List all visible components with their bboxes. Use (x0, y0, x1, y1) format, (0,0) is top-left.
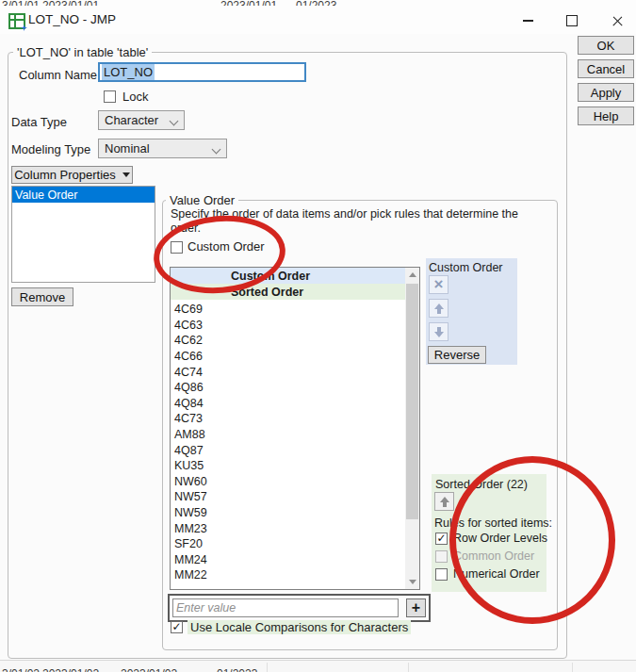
modeling-type-dropdown[interactable]: Nominal (98, 139, 227, 158)
list-item[interactable]: AM88 (171, 427, 405, 443)
bg-date: 3/01/02 (2, 667, 40, 672)
column-group-title: 'LOT_NO' in table 'table' (13, 45, 152, 59)
rule-row-order-levels: ✓ Row Order Levels (435, 532, 547, 545)
dropdown-triangle-icon (122, 172, 130, 177)
list-item[interactable]: NW59 (171, 505, 405, 521)
list-item[interactable]: 4C73 (171, 411, 405, 427)
list-scrollbar[interactable] (405, 268, 419, 589)
close-button[interactable] (602, 10, 632, 31)
property-item-value-order[interactable]: Value Order (12, 187, 155, 203)
list-item[interactable]: 4Q84 (171, 396, 405, 412)
delete-x-icon: × (434, 277, 444, 292)
title-bar: LOT_NO - JMP (0, 6, 636, 34)
bg-date: 2023/01/02 (42, 667, 99, 672)
common-order-label: Common Order (453, 549, 534, 563)
list-item[interactable]: 4C66 (171, 349, 405, 365)
minimize-button[interactable] (513, 10, 543, 31)
list-item[interactable]: 4C63 (171, 318, 405, 334)
properties-list[interactable]: Value Order (11, 186, 155, 283)
list-item[interactable]: 4C74 (171, 364, 405, 380)
jmp-app-icon (8, 13, 25, 29)
help-button[interactable]: Help (578, 107, 634, 125)
list-header-custom-order: Custom Order (171, 268, 405, 284)
locale-checkbox[interactable]: ✓ (171, 621, 183, 633)
list-item[interactable]: MM22 (171, 567, 405, 583)
list-item[interactable]: KU35 (171, 458, 405, 474)
custom-order-checkbox[interactable] (171, 241, 183, 254)
value-order-description: Specify the order of data items and/or p… (171, 207, 551, 236)
list-item[interactable]: MM24 (171, 552, 405, 568)
common-order-checkbox[interactable] (435, 550, 448, 563)
scroll-down-icon[interactable] (405, 575, 419, 589)
modeling-type-value: Nominal (105, 141, 150, 156)
move-down-button[interactable] (429, 322, 448, 341)
arrow-up-icon (434, 303, 444, 314)
chevron-down-icon (212, 145, 221, 155)
column-properties-button[interactable]: Column Properties (11, 166, 133, 184)
value-order-group-title: Value Order (166, 193, 238, 207)
row-order-levels-label: Row Order Levels (453, 532, 547, 545)
numerical-order-checkbox[interactable] (435, 568, 448, 581)
background-table-bottom: 3/01/02 2023/01/02 2023/01/02 01/2023 (0, 660, 636, 672)
list-item[interactable]: NW57 (171, 489, 405, 505)
row-order-levels-checkbox[interactable]: ✓ (435, 533, 448, 545)
rule-numerical-order: Numerical Order (435, 567, 540, 581)
column-name-input[interactable]: LOT_NO (98, 62, 306, 82)
enter-value-input[interactable] (172, 598, 399, 617)
chevron-down-icon (170, 117, 179, 126)
add-value-button[interactable]: + (406, 598, 426, 617)
modeling-type-label: Modeling Type (11, 142, 90, 156)
list-item[interactable]: MM23 (171, 520, 405, 536)
rule-common-order: Common Order (435, 549, 534, 563)
numerical-order-label: Numerical Order (453, 567, 540, 581)
data-type-value: Character (105, 113, 158, 127)
check-icon: ✓ (171, 622, 181, 632)
list-item[interactable]: SF20 (171, 536, 405, 552)
apply-button[interactable]: Apply (578, 83, 634, 102)
list-header-sorted-order: Sorted Order (171, 284, 405, 300)
cancel-button[interactable]: Cancel (578, 59, 634, 78)
check-icon: ✓ (436, 533, 446, 544)
scrollbar-thumb[interactable] (406, 284, 418, 519)
bg-date: 01/2023 (217, 667, 257, 672)
value-list-items: 4C694C634C624C664C744Q864Q844C73AM884Q87… (171, 302, 405, 583)
locale-checkbox-label: Use Locale Comparisons for Characters (188, 620, 411, 634)
close-icon (612, 15, 624, 27)
delete-item-button[interactable]: × (429, 275, 448, 294)
list-item[interactable]: 4C62 (171, 333, 405, 349)
minimize-icon (523, 20, 533, 21)
maximize-button[interactable] (557, 10, 587, 31)
scroll-up-icon[interactable] (405, 268, 419, 282)
rules-label: Rules for sorted items: (434, 516, 552, 530)
remove-button[interactable]: Remove (11, 287, 73, 306)
lock-checkbox[interactable] (104, 90, 116, 103)
jmp-column-dialog: LOT_NO - JMP OK Cancel Apply Help 'LOT_N… (0, 6, 636, 660)
custom-order-checkbox-label: Custom Order (188, 239, 265, 254)
move-up-button[interactable] (429, 299, 448, 318)
list-item[interactable]: 4Q86 (171, 380, 405, 396)
list-item[interactable]: NW60 (171, 474, 405, 490)
sorted-move-up-button[interactable] (434, 492, 454, 511)
reverse-button[interactable]: Reverse (428, 346, 486, 364)
data-type-label: Data Type (11, 115, 67, 129)
list-item[interactable]: 4C69 (171, 302, 405, 318)
column-name-value: LOT_NO (102, 64, 155, 80)
column-properties-label: Column Properties (14, 168, 116, 182)
bg-date: 2023/01/02 (121, 667, 177, 672)
value-order-list[interactable]: Custom Order Sorted Order 4C694C634C624C… (170, 267, 420, 590)
list-item[interactable]: 4Q87 (171, 442, 405, 458)
sorted-order-panel-title: Sorted Order (22) (435, 478, 528, 491)
maximize-icon (566, 15, 578, 26)
lock-label: Lock (122, 90, 148, 104)
arrow-down-icon (434, 327, 444, 337)
data-type-dropdown[interactable]: Character (98, 110, 185, 130)
arrow-up-icon (440, 497, 449, 507)
entry-container: + (168, 594, 431, 622)
window-title: LOT_NO - JMP (28, 12, 116, 26)
ok-button[interactable]: OK (578, 36, 634, 55)
column-name-label: Column Name (19, 68, 97, 82)
